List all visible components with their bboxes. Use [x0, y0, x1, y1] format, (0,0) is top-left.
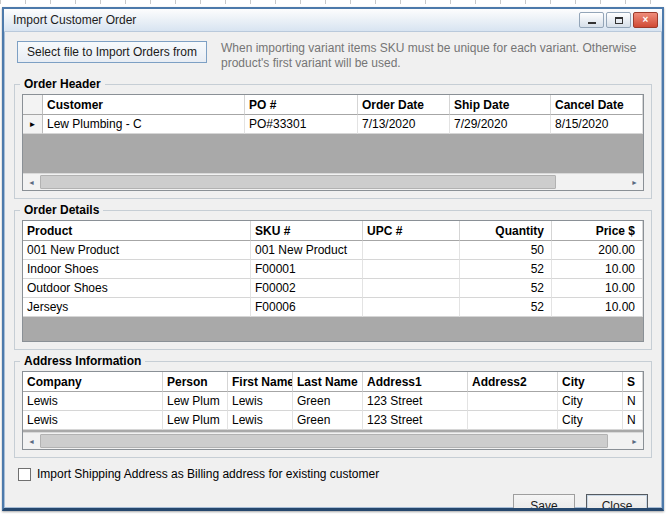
- order-details-row[interactable]: Outdoor Shoes F00002 52 10.00: [23, 279, 643, 298]
- maximize-button[interactable]: [606, 12, 631, 28]
- save-button[interactable]: Save: [513, 494, 575, 508]
- cell-customer[interactable]: Lew Plumbing - C: [43, 115, 245, 134]
- column-header[interactable]: Order Date: [358, 95, 450, 115]
- cell-first-name[interactable]: Lewis: [228, 411, 293, 430]
- row-selector-icon: ►: [29, 120, 37, 129]
- cell-company[interactable]: Lewis: [23, 411, 163, 430]
- current-row-indicator: ►: [23, 115, 43, 134]
- column-header[interactable]: Ship Date: [450, 95, 551, 115]
- cell-quantity[interactable]: 52: [460, 279, 552, 298]
- cell-address2[interactable]: [468, 411, 558, 430]
- cell-order-date[interactable]: 7/13/2020: [358, 115, 450, 134]
- column-header[interactable]: Address2: [468, 372, 558, 392]
- variant-info-text: When importing variant items SKU must be…: [221, 41, 650, 71]
- scroll-left-icon[interactable]: ◄: [23, 433, 40, 449]
- cell-company[interactable]: Lewis: [23, 392, 163, 411]
- cell-upc[interactable]: [363, 260, 460, 279]
- cell-upc[interactable]: [363, 298, 460, 317]
- cell-upc[interactable]: [363, 241, 460, 260]
- cell-person[interactable]: Lew Plum: [163, 411, 228, 430]
- select-file-button[interactable]: Select file to Import Orders from: [17, 41, 207, 63]
- cell-person[interactable]: Lew Plum: [163, 392, 228, 411]
- scrollbar-thumb[interactable]: [40, 434, 608, 448]
- column-header[interactable]: Product: [23, 221, 251, 241]
- title-bar[interactable]: Import Customer Order ×: [4, 9, 662, 32]
- window-title: Import Customer Order: [13, 13, 579, 27]
- order-details-group-title: Order Details: [20, 203, 103, 217]
- close-icon: ×: [643, 15, 649, 25]
- cell-address1[interactable]: 123 Street: [363, 392, 468, 411]
- cell-last-name[interactable]: Green: [293, 392, 363, 411]
- address-header-row: Company Person First Name Last Name Addr…: [23, 372, 643, 392]
- column-header[interactable]: UPC #: [363, 221, 460, 241]
- cell-sku[interactable]: F00006: [251, 298, 363, 317]
- cell-po[interactable]: PO#33301: [245, 115, 358, 134]
- scrollbar-thumb[interactable]: [40, 175, 556, 189]
- column-header[interactable]: Quantity: [460, 221, 552, 241]
- footer-button-bar: Save Close: [4, 481, 662, 508]
- address-row[interactable]: Lewis Lew Plum Lewis Green 123 Street Ci…: [23, 392, 643, 411]
- cell-quantity[interactable]: 52: [460, 260, 552, 279]
- cell-quantity[interactable]: 52: [460, 298, 552, 317]
- scrollbar-track[interactable]: [40, 433, 626, 449]
- cell-city[interactable]: City: [558, 411, 623, 430]
- checkbox-icon[interactable]: [18, 468, 31, 481]
- address-grid: Company Person First Name Last Name Addr…: [22, 371, 644, 450]
- cell-state[interactable]: N: [623, 411, 643, 430]
- grid-empty-area: [23, 317, 643, 341]
- order-header-hscrollbar[interactable]: ◄ ►: [23, 173, 643, 190]
- order-details-groupbox: Order Details Product SKU # UPC # Quanti…: [14, 210, 652, 350]
- cell-address1[interactable]: 123 Street: [363, 411, 468, 430]
- scroll-left-icon[interactable]: ◄: [23, 174, 40, 190]
- scroll-right-icon[interactable]: ►: [626, 433, 643, 449]
- cell-product[interactable]: Indoor Shoes: [23, 260, 251, 279]
- minimize-button[interactable]: [579, 12, 604, 28]
- cell-product[interactable]: Outdoor Shoes: [23, 279, 251, 298]
- cell-last-name[interactable]: Green: [293, 411, 363, 430]
- column-header[interactable]: S: [623, 372, 643, 392]
- column-header[interactable]: Cancel Date: [551, 95, 643, 115]
- cell-cancel-date[interactable]: 8/15/2020: [551, 115, 643, 134]
- cell-sku[interactable]: F00001: [251, 260, 363, 279]
- cell-sku[interactable]: 001 New Product: [251, 241, 363, 260]
- order-header-grid: Customer PO # Order Date Ship Date Cance…: [22, 94, 644, 191]
- address-row[interactable]: Lewis Lew Plum Lewis Green 123 Street Ci…: [23, 411, 643, 430]
- cell-price[interactable]: 10.00: [552, 260, 643, 279]
- cell-city[interactable]: City: [558, 392, 623, 411]
- address-hscrollbar[interactable]: ◄ ►: [23, 432, 643, 449]
- column-header[interactable]: Price $: [552, 221, 643, 241]
- column-header[interactable]: PO #: [245, 95, 358, 115]
- order-details-row[interactable]: Indoor Shoes F00001 52 10.00: [23, 260, 643, 279]
- row-selector-header[interactable]: [23, 95, 43, 115]
- cell-price[interactable]: 10.00: [552, 298, 643, 317]
- cell-sku[interactable]: F00002: [251, 279, 363, 298]
- cell-quantity[interactable]: 50: [460, 241, 552, 260]
- order-header-groupbox: Order Header Customer PO # Order Date Sh…: [14, 84, 652, 199]
- close-dialog-button[interactable]: Close: [586, 494, 648, 508]
- scroll-right-icon[interactable]: ►: [626, 174, 643, 190]
- scrollbar-track[interactable]: [40, 174, 626, 190]
- column-header[interactable]: Last Name: [293, 372, 363, 392]
- cell-address2[interactable]: [468, 392, 558, 411]
- import-shipping-address-checkbox[interactable]: Import Shipping Address as Billing addre…: [4, 458, 662, 481]
- order-details-row[interactable]: 001 New Product 001 New Product 50 200.0…: [23, 241, 643, 260]
- cell-state[interactable]: N: [623, 392, 643, 411]
- column-header[interactable]: Customer: [43, 95, 245, 115]
- cell-product[interactable]: Jerseys: [23, 298, 251, 317]
- cell-price[interactable]: 200.00: [552, 241, 643, 260]
- cell-ship-date[interactable]: 7/29/2020: [450, 115, 551, 134]
- cell-product[interactable]: 001 New Product: [23, 241, 251, 260]
- column-header[interactable]: SKU #: [251, 221, 363, 241]
- cell-upc[interactable]: [363, 279, 460, 298]
- column-header[interactable]: Address1: [363, 372, 468, 392]
- order-header-row[interactable]: ► Lew Plumbing - C PO#33301 7/13/2020 7/…: [23, 115, 643, 134]
- cell-price[interactable]: 10.00: [552, 279, 643, 298]
- column-header[interactable]: First Name: [228, 372, 293, 392]
- column-header[interactable]: Company: [23, 372, 163, 392]
- column-header[interactable]: City: [558, 372, 623, 392]
- close-button[interactable]: ×: [633, 12, 658, 28]
- order-details-row[interactable]: Jerseys F00006 52 10.00: [23, 298, 643, 317]
- column-header[interactable]: Person: [163, 372, 228, 392]
- checkbox-label: Import Shipping Address as Billing addre…: [37, 467, 379, 481]
- cell-first-name[interactable]: Lewis: [228, 392, 293, 411]
